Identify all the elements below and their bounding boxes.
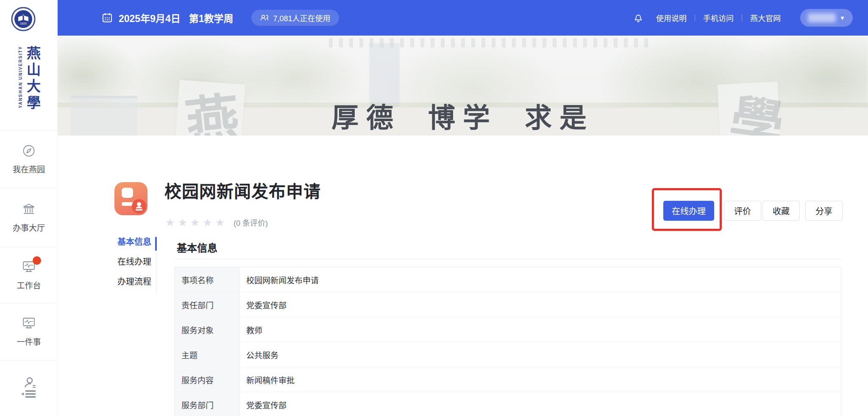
row-value: 党委宣传部 [240, 392, 841, 416]
tab-process-flow[interactable]: 办理流程 [117, 277, 155, 286]
section-tabs: 基本信息 在线办理 办理流程 [117, 237, 155, 297]
motto-part: 求是 [525, 96, 594, 135]
university-logo: 1920 [11, 7, 36, 33]
notification-dot [33, 256, 41, 265]
online-users-badge: 7,081人正在使用 [251, 10, 339, 26]
online-apply-button[interactable]: 在线办理 [663, 201, 714, 221]
motto-part: 博学 [428, 96, 498, 135]
table-row: 责任部门 党委宣传部 [175, 292, 841, 317]
row-value: 公共服务 [240, 342, 841, 367]
sidebar: 1920 YANSHAN UNIVERSITY 燕山大學 我在燕园 [0, 0, 58, 416]
row-value: 新闻稿件审批 [240, 367, 841, 392]
star-icon[interactable]: ★ [203, 217, 212, 228]
star-icon[interactable]: ★ [165, 217, 175, 228]
motto-part: 厚德 [331, 96, 401, 135]
sidebar-item-my-campus[interactable]: 我在燕园 [0, 130, 58, 188]
tab-online-apply[interactable]: 在线办理 [117, 257, 155, 266]
workbench-monitor-icon [22, 260, 36, 274]
divider [695, 14, 695, 21]
service-app-icon [114, 182, 147, 215]
topbar-left: 2025年9月4日 第1教学周 7,081人正在使用 [102, 10, 339, 26]
sidebar-item-workbench[interactable]: 工作台 [0, 247, 58, 303]
table-row: 主题 公共服务 [175, 342, 841, 367]
divider [174, 259, 841, 259]
basic-info-heading: 基本信息 [177, 240, 217, 255]
link-mobile-access[interactable]: 手机访问 [703, 12, 734, 23]
star-icon[interactable]: ★ [215, 217, 225, 228]
bank-icon [22, 202, 36, 216]
active-tab-indicator [155, 237, 157, 251]
share-button[interactable]: 分享 [805, 201, 843, 221]
sidebar-item-one-thing[interactable]: 一件事 [0, 303, 58, 360]
bell-icon[interactable] [633, 13, 643, 23]
person-list-icon [20, 377, 38, 399]
topbar-right: 使用说明 手机访问 燕大官网 ▼ [633, 9, 853, 27]
university-name-zh: 燕山大學 [26, 46, 40, 112]
online-users-count: 7,081人正在使用 [273, 12, 331, 23]
svg-text:1920: 1920 [20, 22, 27, 25]
user-menu[interactable]: ▼ [800, 9, 853, 27]
topbar: 2025年9月4日 第1教学周 7,081人正在使用 [58, 0, 868, 36]
rating-count: (0 条评价) [234, 217, 268, 228]
school-motto: 厚德 博学 求是 [58, 96, 868, 135]
row-label: 服务内容 [175, 367, 240, 392]
row-value: 校园网新闻发布申请 [240, 267, 841, 292]
row-label: 责任部门 [175, 292, 240, 317]
university-name-en: YANSHAN UNIVERSITY [18, 46, 23, 110]
sidebar-item-label: 我在燕园 [13, 163, 45, 175]
table-row: 服务内容 新闻稿件审批 [175, 367, 841, 392]
row-value: 教师 [240, 317, 841, 342]
chevron-down-icon: ▼ [840, 15, 845, 21]
teaching-week: 第1教学周 [189, 11, 234, 25]
compass-icon [22, 144, 36, 158]
university-name: YANSHAN UNIVERSITY 燕山大學 [0, 46, 58, 116]
sidebar-item-label: 一件事 [17, 336, 41, 347]
row-label: 事项名称 [175, 267, 240, 292]
service-title: 校园网新闻发布申请 [164, 178, 321, 202]
tab-basic-info[interactable]: 基本信息 [117, 237, 155, 247]
link-official-site[interactable]: 燕大官网 [750, 12, 781, 23]
row-value: 党委宣传部 [240, 292, 841, 317]
star-icon[interactable]: ★ [178, 217, 187, 228]
link-usage-guide[interactable]: 使用说明 [656, 12, 687, 23]
row-label: 主题 [175, 342, 240, 367]
hero-banner: 燕 學 厚德 博学 求是 [58, 36, 868, 136]
rate-button[interactable]: 评价 [724, 201, 761, 221]
row-label: 服务部门 [175, 392, 240, 416]
basic-info-table: 事项名称 校园网新闻发布申请 责任部门 党委宣传部 服务对象 教师 主题 公共服… [174, 267, 841, 416]
favorite-button[interactable]: 收藏 [762, 201, 800, 221]
sidebar-item-service-hall[interactable]: 办事大厅 [0, 188, 58, 247]
table-row: 服务对象 教师 [175, 317, 841, 342]
page: 1920 YANSHAN UNIVERSITY 燕山大學 我在燕园 [0, 0, 868, 416]
one-thing-monitor-icon [22, 316, 36, 330]
divider [742, 14, 742, 21]
sidebar-item-label: 办事大厅 [13, 222, 45, 233]
sidebar-item-personal-guide[interactable] [0, 360, 58, 416]
user-name-redacted [808, 13, 836, 22]
university-emblem-icon: 1920 [11, 7, 36, 31]
rating-stars: ★ ★ ★ ★ ★ (0 条评价) [165, 217, 268, 228]
row-label: 服务对象 [175, 317, 240, 342]
calendar-icon [102, 12, 113, 23]
star-icon[interactable]: ★ [190, 217, 200, 228]
current-date: 2025年9月4日 [119, 11, 181, 25]
table-row: 事项名称 校园网新闻发布申请 [175, 267, 841, 292]
sidebar-item-label: 工作台 [17, 279, 41, 291]
table-row: 服务部门 党委宣传部 [175, 392, 841, 416]
people-icon [260, 13, 269, 22]
